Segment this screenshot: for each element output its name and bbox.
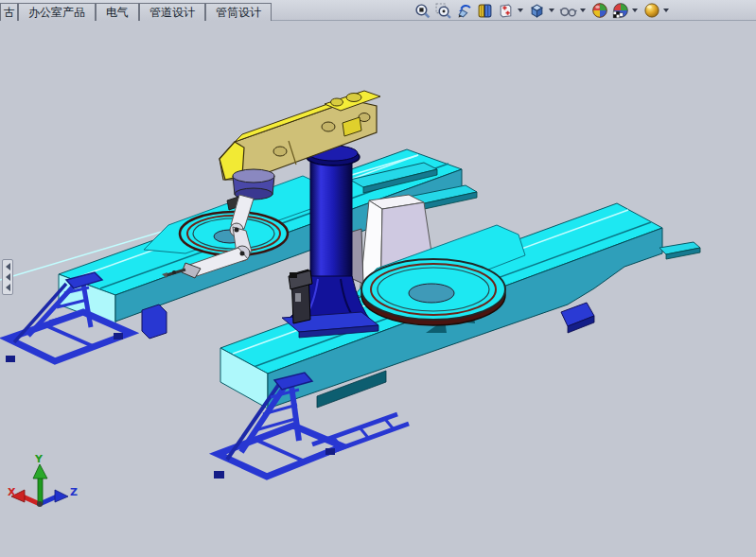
graphics-viewport[interactable]: X Y Z [0,0,756,557]
model-canvas[interactable]: X Y Z [0,0,756,557]
view-orientation-dropdown[interactable] [518,9,523,12]
feature-panel-collapse-handle[interactable] [2,259,13,295]
view-orientation-icon[interactable] [497,2,515,20]
tab-tubing-design[interactable]: 管筒设计 [205,3,272,21]
display-style-icon[interactable] [528,2,546,20]
command-tab-bar: 古 办公室产品 电气 管道设计 管筒设计 [0,0,756,21]
application-window: X Y Z 古 办公室产品 电气 管道设计 管筒设计 [0,0,756,557]
heads-up-view-toolbar [413,0,671,21]
chevron-left-icon [6,263,10,270]
right-girder-end-support[interactable] [561,303,594,333]
chevron-left-icon [6,273,10,281]
tab-office-products[interactable]: 办公室产品 [18,3,96,21]
hide-show-items-icon[interactable] [559,2,577,20]
apply-scene-icon[interactable] [611,2,629,20]
left-girder-support-block[interactable] [142,305,167,339]
right-girder-extension-plate[interactable] [659,242,700,259]
right-turntable-ring[interactable] [361,259,505,325]
tab-clipped[interactable]: 古 [0,3,18,21]
display-style-dropdown[interactable] [549,9,554,12]
hide-show-items-dropdown[interactable] [580,9,586,12]
chevron-left-icon [6,284,10,291]
tab-electrical[interactable]: 电气 [96,3,139,21]
previous-view-icon[interactable] [455,2,473,20]
robot-boom-arm[interactable] [220,91,380,180]
section-view-icon[interactable] [476,2,494,20]
view-settings-dropdown[interactable] [663,9,669,12]
triad-z-label: Z [70,486,78,498]
command-tabs: 古 办公室产品 电气 管道设计 管筒设计 [0,0,272,21]
tab-piping-design[interactable]: 管道设计 [139,3,205,21]
reference-triad: X Y Z [8,453,78,507]
edit-appearance-icon[interactable] [590,2,608,20]
triad-x-label: X [8,486,16,498]
zoom-to-area-icon[interactable] [434,2,452,20]
triad-y-label: Y [34,453,44,465]
zoom-to-fit-icon[interactable] [413,2,431,20]
view-settings-icon[interactable] [642,2,660,20]
apply-scene-dropdown[interactable] [632,9,638,12]
